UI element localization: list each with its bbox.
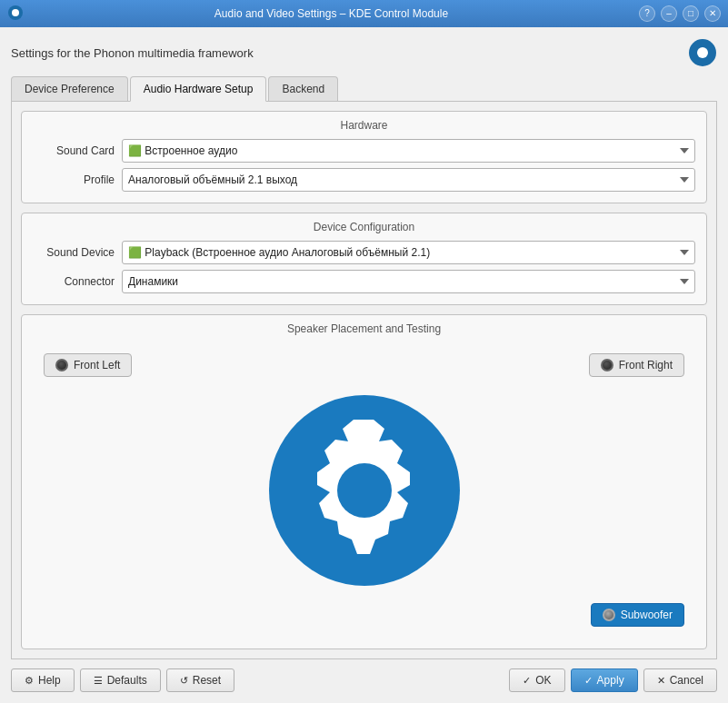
tab-backend[interactable]: Backend [268,76,338,101]
sound-device-row: Sound Device 🟩 Playback (Встроенное ауди… [33,241,695,264]
tab-audio-hardware-setup[interactable]: Audio Hardware Setup [130,76,267,102]
cancel-label: Cancel [670,674,703,687]
profile-label: Profile [33,173,115,186]
kde-logo-icon [688,38,717,67]
subwoofer-label: Subwoofer [621,609,673,621]
footer-right-buttons: ✓ OK ✓ Apply ✕ Cancel [509,668,717,692]
titlebar-controls: ? – □ ✕ [639,5,721,22]
defaults-button[interactable]: ☰ Defaults [80,668,161,692]
sound-card-label: Sound Card [33,144,115,157]
reset-label: Reset [193,674,221,687]
speaker-placement-section: Speaker Placement and Testing Front Left… [21,314,707,649]
defaults-label: Defaults [107,674,147,687]
front-left-indicator [55,359,68,371]
tab-content: Hardware Sound Card 🟩 Встроенное аудио P… [11,102,717,659]
cancel-icon: ✕ [657,675,665,687]
front-right-indicator [601,359,613,371]
reset-button[interactable]: ↺ Reset [166,668,234,692]
ok-label: OK [535,674,551,687]
connector-select[interactable]: Динамики [122,270,695,293]
device-config-section-title: Device Configuration [33,221,695,233]
reset-icon: ↺ [180,675,188,687]
front-left-button[interactable]: Front Left [44,353,132,377]
profile-row: Profile Аналоговый объёмный 2.1 выход [33,168,695,192]
ok-icon: ✓ [523,675,531,687]
tab-device-preference[interactable]: Device Preference [11,76,128,101]
help-label: Help [38,674,61,687]
help-button[interactable]: ⚙ Help [11,668,75,692]
svg-point-3 [697,47,708,58]
footer-left-buttons: ⚙ Help ☰ Defaults ↺ Reset [11,668,234,692]
titlebar-title: Audio and Video Settings – KDE Control M… [24,7,639,20]
connector-row: Connector Динамики [33,270,695,293]
device-config-section: Device Configuration Sound Device 🟩 Play… [21,213,707,305]
ok-button[interactable]: ✓ OK [509,668,564,692]
sound-device-select[interactable]: 🟩 Playback (Встроенное аудио Аналоговый … [122,241,695,264]
window-header-title: Settings for the Phonon multimedia frame… [11,46,254,60]
profile-select[interactable]: Аналоговый объёмный 2.1 выход [122,168,695,192]
titlebar-icon [7,5,24,24]
speaker-area: Front Left Front Right [33,342,695,638]
apply-button[interactable]: ✓ Apply [571,668,638,692]
front-left-label: Front Left [74,359,120,371]
front-right-button[interactable]: Front Right [589,353,684,377]
subwoofer-button[interactable]: Subwoofer [591,603,684,627]
sound-card-row: Sound Card 🟩 Встроенное аудио [33,139,695,163]
apply-label: Apply [597,674,624,687]
hardware-section: Hardware Sound Card 🟩 Встроенное аудио P… [21,111,707,203]
sound-card-select[interactable]: 🟩 Встроенное аудио [122,139,695,163]
front-right-label: Front Right [619,359,673,371]
close-button[interactable]: ✕ [704,5,721,22]
speaker-section-title: Speaker Placement and Testing [33,322,695,335]
connector-label: Connector [33,275,115,288]
footer: ⚙ Help ☰ Defaults ↺ Reset ✓ OK ✓ Apply ✕ [11,659,717,703]
tab-bar: Device Preference Audio Hardware Setup B… [11,76,717,102]
svg-point-6 [337,463,392,518]
maximize-button[interactable]: □ [683,5,699,22]
apply-icon: ✓ [584,675,593,687]
hardware-section-title: Hardware [33,119,695,132]
titlebar: Audio and Video Settings – KDE Control M… [0,0,728,27]
minimize-button[interactable]: – [661,5,677,22]
kde-gear-logo [264,391,464,590]
svg-point-1 [12,9,19,16]
main-window: Settings for the Phonon multimedia frame… [0,27,728,703]
window-header: Settings for the Phonon multimedia frame… [11,38,717,67]
help-icon: ⚙ [25,675,34,687]
sound-device-label: Sound Device [33,246,115,259]
defaults-icon: ☰ [94,675,103,687]
help-button[interactable]: ? [639,5,655,22]
subwoofer-indicator [603,609,615,621]
cancel-button[interactable]: ✕ Cancel [643,668,717,692]
